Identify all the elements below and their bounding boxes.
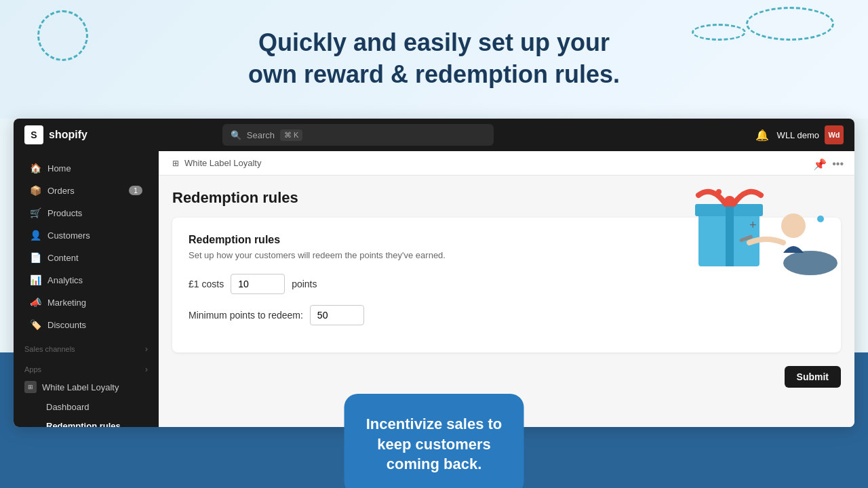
breadcrumb-app-name: White Label Loyalty [184,158,261,168]
topbar-search-bar[interactable]: 🔍 Search ⌘ K [222,124,494,146]
topbar-logo[interactable]: S shopify [24,125,87,144]
marketing-icon: 📣 [30,297,41,308]
sidebar-label-customers: Customers [47,230,90,241]
app-icon-wll: ⊞ [24,381,37,393]
topbar-right: 🔔 WLL demo Wd [755,125,844,144]
sidebar-label-home: Home [47,163,71,174]
sidebar-label-marketing: Marketing [47,298,86,308]
customers-icon: 👤 [30,230,41,241]
more-options-icon[interactable]: ••• [832,158,844,171]
content-icon: 📄 [30,252,41,263]
dashboard-label: Dashboard [46,402,90,412]
app-name-wll: White Label Loyalty [42,382,119,392]
topbar-logo-text: shopify [49,129,87,141]
app-header-wll[interactable]: ⊞ White Label Loyalty [19,377,153,397]
topbar: S shopify 🔍 Search ⌘ K 🔔 WLL demo Wd [14,119,854,151]
topbar-user[interactable]: WLL demo Wd [777,125,844,144]
topbar-search-placeholder: Search [247,130,275,140]
card-title: Redemption rules [189,234,825,246]
breadcrumb-app-icon: ⊞ [172,159,179,168]
orders-icon: 📦 [30,185,41,196]
sales-channels-label: Sales channels [24,345,75,353]
form-row-cost: £1 costs points [189,274,825,294]
home-icon: 🏠 [30,163,41,174]
content-area: ⊞ White Label Loyalty Redemption rules 📌… [159,151,854,427]
submit-row: Submit [159,366,854,388]
sidebar-sub-item-redemption-rules[interactable]: Redemption rules [41,417,148,427]
hero-line1: Quickly and easily set up your [258,28,610,56]
apps-chevron-icon: › [145,365,148,374]
field1-label: £1 costs [189,279,224,289]
orders-badge: 1 [129,186,142,195]
field2-label: Minimum points to redeem: [189,310,303,321]
redemption-rules-card: Redemption rules Set up how your custome… [172,218,841,352]
sidebar-item-analytics[interactable]: 📊 Analytics [19,269,153,291]
search-icon: 🔍 [231,130,241,140]
card-description: Set up how your customers will redeem th… [189,250,825,260]
sidebar-label-discounts: Discounts [47,320,86,330]
sidebar-label-content: Content [47,253,79,263]
breadcrumb-bar: ⊞ White Label Loyalty [159,151,854,176]
shopify-bag-icon: S [24,125,43,144]
field2-input[interactable] [310,305,364,325]
sidebar-item-discounts[interactable]: 🏷️ Discounts [19,314,153,336]
sidebar-item-home[interactable]: 🏠 Home [19,157,153,179]
callout-text: Incentivize sales to keep customers comi… [363,414,505,474]
sidebar-item-marketing[interactable]: 📣 Marketing [19,291,153,313]
app-group-wll: ⊞ White Label Loyalty Dashboard Redempti… [19,377,153,427]
products-icon: 🛒 [30,207,41,218]
sidebar-item-products[interactable]: 🛒 Products [19,202,153,224]
hero-line2: own reward & redemption rules. [248,60,620,88]
sidebar-item-customers[interactable]: 👤 Customers [19,224,153,246]
analytics-icon: 📊 [30,274,41,285]
sidebar-item-orders[interactable]: 📦 Orders 1 [19,180,153,201]
discounts-icon: 🏷️ [30,319,41,330]
form-row-minimum: Minimum points to redeem: [189,305,825,325]
redemption-rules-label: Redemption rules [46,421,121,427]
kb-shortcut: ⌘ K [280,129,302,141]
chevron-right-icon: › [145,344,148,354]
sidebar: 🏠 Home 📦 Orders 1 🛒 Products 👤 Customers… [14,151,159,427]
app-sub-menu: Dashboard Redemption rules Settings [19,398,153,427]
apps-section[interactable]: Apps › [14,357,159,377]
avatar: Wd [825,125,844,144]
page-title: Redemption rules [159,176,854,218]
hero-section: Quickly and easily set up your own rewar… [0,27,868,91]
sidebar-label-analytics: Analytics [47,275,83,285]
callout-line2: keep customers [377,436,491,453]
submit-button[interactable]: Submit [785,366,841,388]
sidebar-item-content[interactable]: 📄 Content [19,247,153,268]
field1-suffix: points [292,279,317,289]
sidebar-label-orders: Orders [47,186,75,196]
content-actions: 📌 ••• [813,158,844,171]
sales-channels-section[interactable]: Sales channels › [14,336,159,357]
callout-line3: coming back. [387,455,482,472]
main-layout: 🏠 Home 📦 Orders 1 🛒 Products 👤 Customers… [14,151,854,427]
bell-icon[interactable]: 🔔 [755,129,769,142]
blue-callout: Incentivize sales to keep customers comi… [344,394,524,488]
pin-icon[interactable]: 📌 [813,158,827,171]
topbar-user-name: WLL demo [777,130,819,140]
sidebar-sub-item-dashboard[interactable]: Dashboard [41,398,148,416]
apps-label: Apps [24,365,41,373]
shopify-window: S shopify 🔍 Search ⌘ K 🔔 WLL demo Wd 🏠 H… [14,119,854,427]
sidebar-label-products: Products [47,208,82,218]
callout-line1: Incentivize sales to [366,415,502,432]
field1-input[interactable] [231,274,285,294]
